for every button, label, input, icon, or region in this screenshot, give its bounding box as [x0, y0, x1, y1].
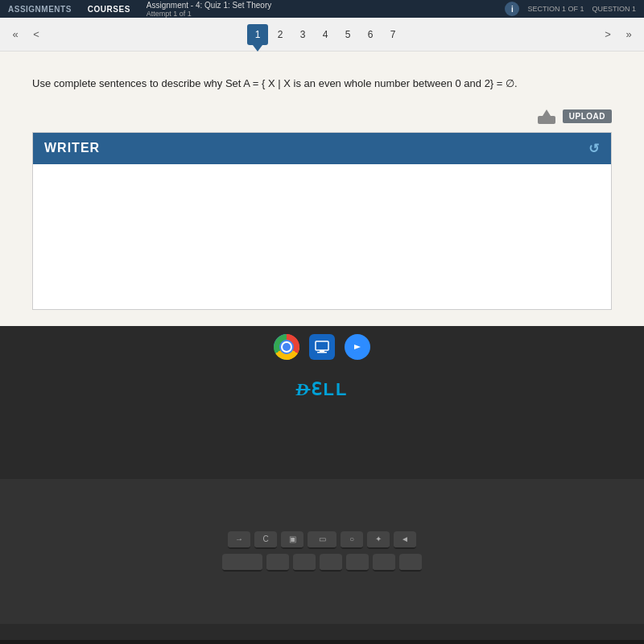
svg-marker-1 — [543, 109, 551, 116]
nav-forward-arrows: > » — [599, 26, 638, 43]
page-6[interactable]: 6 — [360, 24, 381, 45]
key-sm-6[interactable] — [399, 554, 422, 572]
key-rect[interactable]: ▭ — [308, 531, 336, 549]
page-1[interactable]: 1 — [247, 24, 268, 45]
keyboard-row-2 — [222, 554, 422, 572]
key-star[interactable]: ✦ — [367, 531, 390, 549]
page-7[interactable]: 7 — [382, 24, 403, 45]
key-sm-3[interactable] — [320, 554, 342, 572]
keyboard-area: → C ▣ ▭ ○ ✦ ◄ — [0, 479, 644, 624]
svg-rect-3 — [320, 350, 324, 352]
key-circle[interactable]: ○ — [341, 531, 363, 549]
upload-icon[interactable] — [535, 108, 558, 126]
back-double-arrow[interactable]: « — [6, 26, 24, 43]
monitor-icon[interactable] — [309, 334, 335, 360]
nav-back-arrows: « < — [6, 26, 45, 43]
page-4[interactable]: 4 — [315, 24, 336, 45]
question-text: Use complete sentences to describe why S… — [32, 76, 612, 92]
refresh-icon[interactable]: ↺ — [588, 141, 600, 156]
taskbar — [274, 334, 370, 360]
forward-double-arrow[interactable]: » — [620, 26, 638, 43]
key-sm-5[interactable] — [373, 554, 395, 572]
writer-header: WRITER ↺ — [33, 133, 611, 164]
top-navigation: ASSIGNMENTS COURSES Assignment - 4: Quiz… — [0, 0, 644, 18]
writer-label: WRITER — [44, 141, 100, 155]
writer-box: WRITER ↺ — [32, 132, 612, 310]
assignment-info: Assignment - 4: Quiz 1: Set Theory Attem… — [147, 1, 489, 18]
section-label: SECTION 1 OF 1 — [527, 5, 584, 13]
forward-single-arrow[interactable]: > — [599, 26, 617, 43]
laptop-body: DƐLL — [0, 326, 644, 479]
assignment-title: Assignment - 4: Quiz 1: Set Theory — [147, 1, 489, 10]
svg-rect-4 — [317, 352, 327, 353]
key-refresh[interactable]: C — [254, 531, 277, 549]
keyboard-row-1: → C ▣ ▭ ○ ✦ ◄ — [228, 531, 416, 549]
back-single-arrow[interactable]: < — [27, 26, 45, 43]
svg-rect-2 — [316, 341, 328, 350]
upload-area: UPLOAD — [32, 108, 612, 126]
main-content: Use complete sentences to describe why S… — [0, 52, 644, 326]
page-numbers: 1 2 3 4 5 6 7 — [52, 24, 599, 45]
assignments-nav[interactable]: ASSIGNMENTS — [8, 5, 72, 14]
assignment-attempt: Attempt 1 of 1 — [147, 10, 489, 18]
nav-right: i SECTION 1 OF 1 QUESTION 1 — [505, 2, 636, 16]
page-2[interactable]: 2 — [270, 24, 291, 45]
zoom-icon[interactable] — [345, 334, 370, 360]
key-wide-1[interactable] — [222, 554, 262, 572]
key-square[interactable]: ▣ — [281, 531, 303, 549]
pagination-bar: « < 1 2 3 4 5 6 7 > » — [0, 18, 644, 52]
key-sm-2[interactable] — [293, 554, 316, 572]
question-label: QUESTION 1 — [592, 5, 636, 13]
courses-nav[interactable]: COURSES — [88, 5, 130, 14]
chrome-icon[interactable] — [274, 334, 299, 360]
key-sm-1[interactable] — [266, 554, 289, 572]
key-back[interactable]: ◄ — [394, 531, 416, 549]
page-3[interactable]: 3 — [292, 24, 313, 45]
dell-logo: DƐLL — [296, 379, 349, 400]
laptop-base — [0, 624, 644, 640]
page-5[interactable]: 5 — [337, 24, 358, 45]
key-sm-4[interactable] — [346, 554, 369, 572]
svg-rect-0 — [538, 116, 555, 124]
key-arrow[interactable]: → — [228, 531, 250, 549]
upload-button[interactable]: UPLOAD — [563, 109, 612, 123]
info-button[interactable]: i — [505, 2, 519, 16]
writer-content[interactable] — [33, 164, 611, 309]
